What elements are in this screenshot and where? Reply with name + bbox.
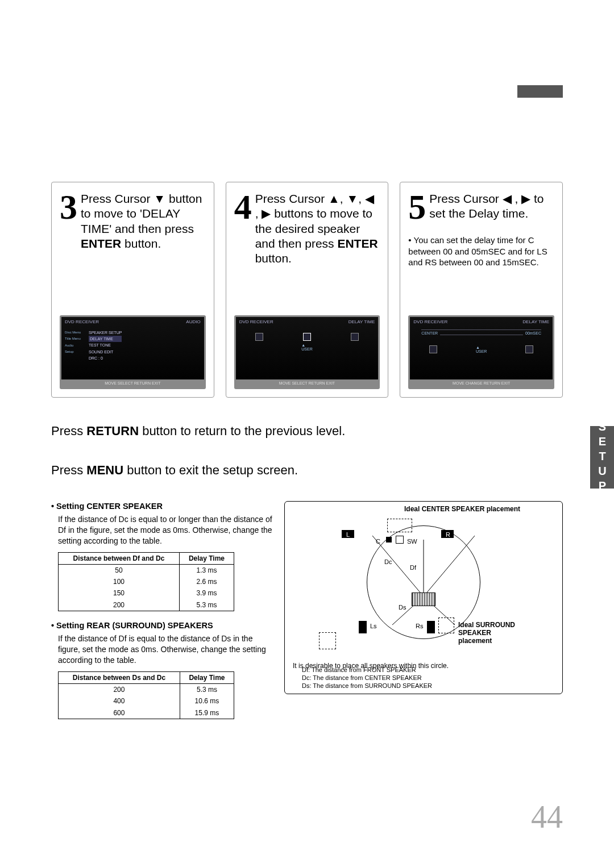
speaker-box-icon <box>303 333 311 341</box>
osd-bottom-bar: MOVE SELECT RETURN EXIT <box>236 379 379 387</box>
osd-screenshot: DVD RECEIVER AUDIO Disc Menu Title Menu … <box>60 315 206 389</box>
table-cell: 3.9 ms <box>179 587 234 599</box>
table-row: 501.3 ms <box>59 565 234 577</box>
rear-speaker-para: If the distance of Df is equal to the di… <box>58 633 273 666</box>
table-row: 1002.6 ms <box>59 576 234 587</box>
table-cell: 400 <box>59 695 180 707</box>
text: button to return to the previous level. <box>139 424 345 438</box>
osd-title-left: DVD RECEIVER <box>65 319 99 324</box>
osd-side-item: Setup <box>65 349 81 355</box>
step-text: Press Cursor ▼ button to move to 'DELAY … <box>81 189 206 251</box>
label-Df: Df <box>410 564 416 571</box>
diagram-legend: Df: The distance from FRONT SPEAKER Dc: … <box>302 666 432 690</box>
osd-bottom-bar: MOVE CHANGE RETURN EXIT <box>410 379 553 387</box>
ideal-surround-box-l <box>319 632 336 649</box>
table-cell: 5.3 ms <box>179 599 234 611</box>
osd-screenshot: DVD RECEIVER DELAY TIME ▲USER MOVE SELEC… <box>234 315 380 389</box>
text: Press <box>51 463 86 477</box>
table-cell: 100 <box>59 576 180 587</box>
osd-side-item: Disc Menu <box>65 329 81 336</box>
step-text-pre: Press Cursor ◀ , ▶ to set the Delay time… <box>429 192 544 220</box>
listener-icon <box>412 592 435 606</box>
speaker-box-icon <box>351 333 359 341</box>
speaker-diagram: Ideal CENTER SPEAKER placement L R C SW … <box>284 501 563 694</box>
speaker-Rs-icon <box>427 621 435 633</box>
table-cell: 200 <box>59 684 180 696</box>
osd-title-right: AUDIO <box>186 319 200 324</box>
step-text: Press Cursor ▲, ▼, ◀ , ▶ buttons to move… <box>255 189 380 266</box>
table-cell: 15.9 ms <box>180 707 234 719</box>
osd-title-right: DELAY TIME <box>522 319 549 324</box>
step-text-post: button. <box>121 237 161 250</box>
osd-center-value-row: CENTER 00mSEC <box>421 329 541 335</box>
return-line: Press RETURN button to return to the pre… <box>51 423 563 440</box>
table-cell: 50 <box>59 565 180 577</box>
step-text-bold: ENTER <box>337 237 377 250</box>
osd-menu-item: SOUND EDIT <box>89 349 122 355</box>
speaker-Ls-icon <box>359 621 367 633</box>
osd-slider-line <box>440 331 523 335</box>
label-Rs: Rs <box>416 623 423 629</box>
table-header: Distance between Ds and Dc <box>59 672 180 684</box>
text-bold: MENU <box>86 463 123 477</box>
table-row: 2005.3 ms <box>59 599 234 611</box>
table-cell: 600 <box>59 707 180 719</box>
center-speaker-heading: Setting CENTER SPEAKER <box>51 501 273 512</box>
speaker-box-icon <box>525 345 533 353</box>
center-speaker-para: If the distance of Dc is equal to or lon… <box>58 514 273 546</box>
table-cell: 10.6 ms <box>180 695 234 707</box>
table-cell: 2.6 ms <box>179 576 234 587</box>
table-cell: 200 <box>59 599 180 611</box>
svg-line-1 <box>424 536 475 596</box>
mid-instructions: Press RETURN button to return to the pre… <box>51 423 563 479</box>
osd-user-label: ▲USER <box>301 343 312 351</box>
osd-speaker-layout: ▲USER <box>236 333 379 351</box>
table-header: Delay Time <box>179 552 234 564</box>
table-row: 60015.9 ms <box>59 707 234 719</box>
table-row: 1503.9 ms <box>59 587 234 599</box>
label-L: L <box>346 531 350 538</box>
menu-line: Press MENU button to exit the setup scre… <box>51 462 563 479</box>
step-text-bold: ENTER <box>81 237 121 250</box>
osd-bottom-bar: MOVE SELECT RETURN EXIT <box>61 379 204 387</box>
osd-title-left: DVD RECEIVER <box>413 319 447 324</box>
rear-speaker-heading: Setting REAR (SURROUND) SPEAKERS <box>51 620 273 632</box>
rear-delay-table: Distance between Ds and DcDelay Time 200… <box>58 671 234 719</box>
ideal-center-label: Ideal CENTER SPEAKER placement <box>404 505 520 513</box>
table-row: 2005.3 ms <box>59 684 234 696</box>
center-delay-table: Distance between Df and DcDelay Time 501… <box>58 552 234 611</box>
step-number: 5 <box>408 189 426 224</box>
osd-menu-item: DRC : 0 <box>89 355 122 361</box>
ideal-surround-label: Ideal SURROUND SPEAKER placement <box>458 621 521 645</box>
osd-side-menu: Disc Menu Title Menu Audio Setup <box>65 329 81 356</box>
label-Ls: Ls <box>370 623 377 629</box>
legend-item: Dc: The distance from CENTER SPEAKER <box>302 674 432 682</box>
step-text-pre: Press Cursor ▼ button to move to 'DELAY … <box>81 192 202 235</box>
bottom-row: Setting CENTER SPEAKER If the distance o… <box>51 501 563 728</box>
osd-center-value: 00mSEC <box>525 331 541 335</box>
step-4: 4 Press Cursor ▲, ▼, ◀ , ▶ buttons to mo… <box>226 182 389 398</box>
osd-title-left: DVD RECEIVER <box>239 319 273 324</box>
step-text: Press Cursor ◀ , ▶ to set the Delay time… <box>429 189 554 222</box>
step-note: You can set the delay time for C between… <box>408 235 554 268</box>
table-cell: 150 <box>59 587 180 599</box>
header-mark <box>517 85 563 98</box>
step-number: 3 <box>60 189 77 224</box>
osd-side-item: Title Menu <box>65 336 81 342</box>
text: Press <box>51 424 86 438</box>
osd-user-label: ▲USER <box>476 345 487 353</box>
label-Ds: Ds <box>399 604 406 611</box>
osd-side-item: Audio <box>65 343 81 349</box>
osd-menu-item-highlight: DELAY TIME <box>89 336 122 342</box>
step-5: 5 Press Cursor ◀ , ▶ to set the Delay ti… <box>400 182 563 398</box>
step-number: 4 <box>234 189 252 224</box>
speaker-box-icon <box>429 345 437 353</box>
osd-menu-list: SPEAKER SETUP DELAY TIME TEST TONE SOUND… <box>89 329 122 361</box>
label-Dc: Dc <box>384 558 392 565</box>
table-cell: 5.3 ms <box>180 684 234 696</box>
step-text-post: button. <box>255 252 292 265</box>
legend-item: Ds: The distance from SURROUND SPEAKER <box>302 682 432 690</box>
osd-menu-item: TEST TONE <box>89 342 122 348</box>
table-row: 40010.6 ms <box>59 695 234 707</box>
text-bold: RETURN <box>86 424 139 438</box>
